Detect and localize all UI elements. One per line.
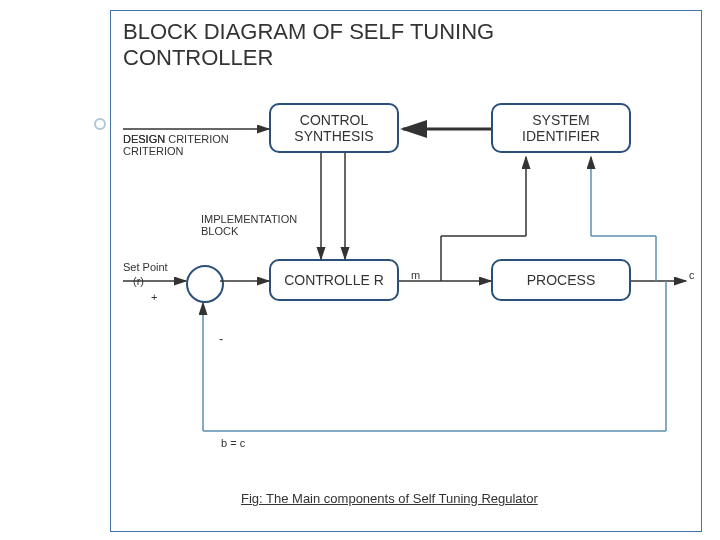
diagram-frame: BLOCK DIAGRAM OF SELF TUNING CONTROLLER … [110,10,702,532]
connector-lines [111,11,701,531]
decorative-ring-icon [94,118,106,130]
